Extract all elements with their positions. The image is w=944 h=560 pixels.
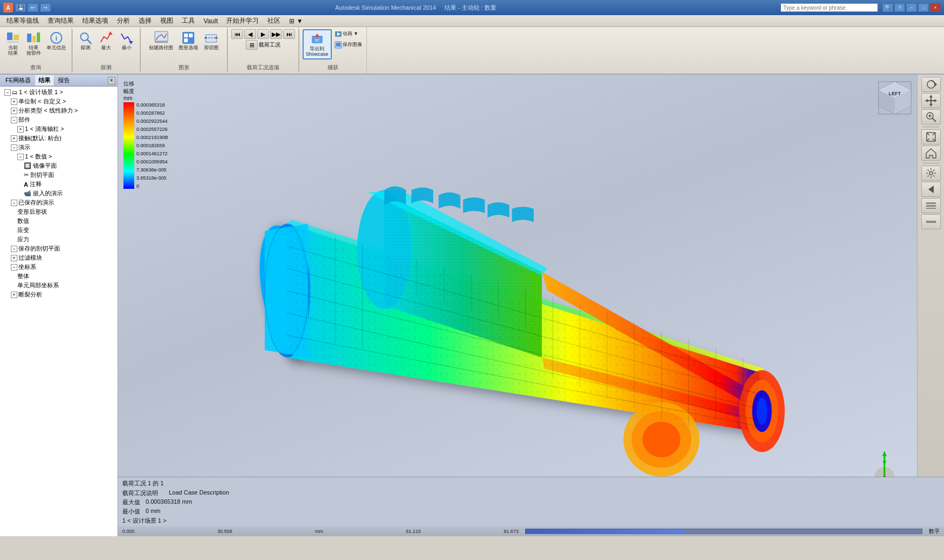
zoom-btn[interactable] bbox=[921, 109, 941, 124]
save-image-btn[interactable]: 保存图像 bbox=[333, 40, 363, 50]
menu-extra[interactable]: ⊞ ▼ bbox=[285, 16, 307, 26]
menu-tools[interactable]: 工具 bbox=[178, 15, 199, 27]
home-btn[interactable] bbox=[921, 146, 941, 161]
menu-select[interactable]: 选择 bbox=[134, 15, 156, 27]
left-panel: FE网格器 结果 报告 × − 🗂 1 < 设计场景 1 > + 单位制 < 自… bbox=[0, 75, 118, 536]
tree-item-local-coord[interactable]: 单元局部坐标系 bbox=[0, 281, 117, 290]
cut-graph-label: 剪切图 bbox=[204, 45, 219, 51]
viewport[interactable]: 位移 幅度 mm 0.000365318 0.000287862 0.00029… bbox=[118, 75, 944, 536]
side-nav-bar-2[interactable] bbox=[921, 214, 941, 229]
tree-item-strain[interactable]: 应变 bbox=[0, 226, 117, 235]
tree-item-parts[interactable]: − 部件 bbox=[0, 115, 117, 124]
element-info-btn[interactable]: i 单元信息 bbox=[44, 29, 68, 57]
min-btn[interactable]: 最小 bbox=[117, 29, 136, 52]
export-showcase-btn[interactable]: SC 导出到Showcase bbox=[303, 29, 332, 60]
tree-item-values[interactable]: 数值 bbox=[0, 216, 117, 226]
expand-icon[interactable]: − bbox=[11, 144, 17, 151]
tree-item-design-scenario[interactable]: − 🗂 1 < 设计场景 1 > bbox=[0, 88, 117, 97]
tree-item-analysis-type[interactable]: + 分析类型 < 线性静力 > bbox=[0, 106, 117, 115]
probe-btn[interactable]: 探测 bbox=[76, 29, 95, 52]
expand-icon[interactable]: − bbox=[11, 246, 17, 252]
menu-analysis[interactable]: 分析 bbox=[113, 15, 134, 27]
animation-btn[interactable]: 动画 ▼ bbox=[333, 29, 363, 39]
tree-item-saved-demo[interactable]: − 已保存的演示 bbox=[0, 198, 117, 207]
expand-icon[interactable]: + bbox=[17, 126, 24, 133]
expand-icon[interactable]: + bbox=[11, 108, 17, 114]
tree-item-deformed[interactable]: 变形后形状 bbox=[0, 207, 117, 216]
rotate-btn[interactable] bbox=[921, 77, 941, 92]
panel-close-btn[interactable]: × bbox=[108, 77, 115, 84]
back-btn[interactable] bbox=[921, 182, 941, 197]
min-value: 0 mm bbox=[146, 508, 161, 516]
svg-rect-2 bbox=[7, 41, 19, 43]
help-search-btn[interactable]: 🔍 bbox=[882, 3, 893, 12]
tree-item-demo[interactable]: − 演示 bbox=[0, 143, 117, 152]
path-graph-icon bbox=[154, 30, 169, 45]
pan-btn[interactable] bbox=[921, 93, 941, 108]
animation-label: 动画 ▼ bbox=[343, 31, 358, 37]
prev-frame-btn[interactable]: ◀ bbox=[244, 29, 256, 39]
tree-item-contact[interactable]: + 接触(默认: 粘合) bbox=[0, 134, 117, 143]
tree-item-mirror-plane[interactable]: 🔲 镜像平面 bbox=[0, 161, 117, 170]
menu-vault[interactable]: Vault bbox=[199, 16, 222, 26]
menu-view[interactable]: 视图 bbox=[156, 15, 178, 27]
expand-icon[interactable]: − bbox=[17, 154, 24, 160]
expand-icon[interactable]: − bbox=[11, 200, 17, 206]
tree-item-embed-demo[interactable]: 📹 嵌入的演示 bbox=[0, 189, 117, 198]
tree-item-saved-cut[interactable]: − 保存的剖切平面 bbox=[0, 244, 117, 253]
expand-icon[interactable]: + bbox=[11, 98, 17, 105]
path-graph-btn[interactable]: 创建路径图 bbox=[147, 29, 175, 52]
expand-icon[interactable]: − bbox=[11, 117, 17, 123]
menu-community[interactable]: 社区 bbox=[263, 15, 285, 27]
graphics-options-btn[interactable]: 图形选项 bbox=[176, 29, 200, 52]
help-icon[interactable]: ? bbox=[894, 3, 905, 12]
last-frame-btn[interactable]: ⏭ bbox=[283, 29, 295, 39]
svg-text:SC: SC bbox=[314, 38, 320, 42]
expand-icon[interactable]: − bbox=[4, 89, 11, 96]
tree-item-annotation[interactable]: A 注释 bbox=[0, 180, 117, 189]
menu-query-results[interactable]: 查询结果 bbox=[43, 15, 78, 27]
expand-icon[interactable]: + bbox=[11, 135, 17, 142]
maximize-btn[interactable]: □ bbox=[918, 3, 929, 12]
current-results-icon bbox=[5, 30, 21, 45]
element-info-icon: i bbox=[49, 30, 64, 45]
cut-graph-btn[interactable]: 剪切图 bbox=[201, 29, 221, 52]
expand-icon[interactable]: − bbox=[11, 264, 17, 271]
tree-item-part-1[interactable]: + 1 < 清海轴杠 > bbox=[0, 124, 117, 134]
qa-undo[interactable]: ↩ bbox=[28, 3, 38, 12]
tree-item-fracture[interactable]: + 断裂分析 bbox=[0, 290, 117, 299]
max-btn[interactable]: 最大 bbox=[96, 29, 116, 52]
tree-item-cut-plane[interactable]: ✂ 剖切平面 bbox=[0, 170, 117, 180]
tab-results[interactable]: 结果 bbox=[35, 75, 54, 85]
menu-results-contour[interactable]: 结果等值线 bbox=[2, 15, 43, 27]
side-nav-bar-1[interactable] bbox=[921, 198, 941, 213]
loadcase-add-btn[interactable]: ⊞ bbox=[246, 40, 258, 50]
loadcase-group-label: 载荷工况选项 bbox=[247, 63, 279, 71]
minimize-btn[interactable]: − bbox=[906, 3, 917, 12]
nav-cube[interactable]: LEFT bbox=[876, 79, 914, 117]
expand-icon[interactable]: + bbox=[11, 255, 17, 261]
first-frame-btn[interactable]: ⏮ bbox=[231, 29, 243, 39]
qa-save[interactable]: 💾 bbox=[15, 3, 26, 12]
menu-learn[interactable]: 开始并学习 bbox=[222, 15, 263, 27]
current-results-btn[interactable]: 当前结果 bbox=[3, 29, 23, 57]
next-frame-btn[interactable]: ▶▶ bbox=[270, 29, 282, 39]
animation-save-group: 动画 ▼ 保存图像 bbox=[333, 29, 363, 60]
tree-item-stress[interactable]: 应力 bbox=[0, 235, 117, 244]
settings-btn[interactable] bbox=[921, 166, 941, 181]
tree-item-coord[interactable]: − 坐标系 bbox=[0, 262, 117, 272]
qa-redo[interactable]: ↪ bbox=[40, 3, 51, 12]
fit-all-btn[interactable] bbox=[921, 129, 941, 144]
search-input[interactable] bbox=[781, 3, 878, 12]
tree-item-unit[interactable]: + 单位制 < 自定义 > bbox=[0, 97, 117, 106]
results-by-part-btn[interactable]: 结果按部件 bbox=[24, 29, 43, 57]
tab-fe-editor[interactable]: FE网格器 bbox=[2, 75, 34, 85]
close-btn[interactable]: × bbox=[930, 3, 941, 12]
tree-item-data-1[interactable]: − 1 < 数值 > bbox=[0, 152, 117, 161]
play-btn[interactable]: ▶ bbox=[257, 29, 269, 39]
expand-icon[interactable]: + bbox=[11, 292, 17, 298]
tree-item-filter[interactable]: + 过滤模块 bbox=[0, 253, 117, 262]
menu-results-options[interactable]: 结果选项 bbox=[78, 15, 113, 27]
tab-report[interactable]: 报告 bbox=[55, 75, 73, 85]
tree-item-global[interactable]: 整体 bbox=[0, 272, 117, 281]
